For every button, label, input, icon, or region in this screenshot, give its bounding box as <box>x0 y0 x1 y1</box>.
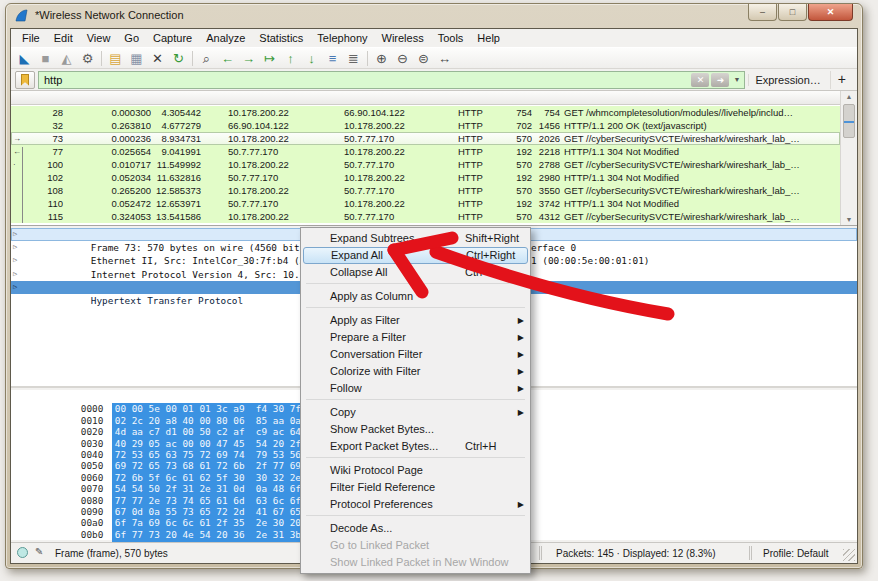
close-button[interactable]: ✕ <box>808 4 853 21</box>
context-menu-item[interactable]: Export Packet Bytes... Ctrl+H <box>301 438 530 455</box>
resize-grip[interactable] <box>843 549 855 561</box>
maximize-button[interactable]: □ <box>778 4 807 21</box>
save-file-icon[interactable]: ▦ <box>126 49 147 68</box>
packet-row[interactable]: · 100 0.010717 11.549992 10.178.200.22 5… <box>11 158 840 171</box>
context-menu-item[interactable]: Expand Subtrees Shift+Right <box>301 230 530 247</box>
expander-icon[interactable]: ▷ <box>13 241 17 254</box>
context-menu-item[interactable]: Wiki Protocol Page <box>301 462 530 479</box>
menu-bar: FileEditViewGoCaptureAnalyzeStatisticsTe… <box>11 29 857 47</box>
packet-row[interactable]: 115 0.324053 13.541586 10.178.200.22 50.… <box>11 210 840 223</box>
scroll-down-icon[interactable]: ▼ <box>841 216 857 223</box>
packet-row[interactable]: 32 0.263810 4.677279 66.90.104.122 10.17… <box>11 119 840 132</box>
expander-icon[interactable]: ▷ <box>13 254 17 267</box>
context-menu-item[interactable]: Collapse All Ctrl+Left <box>301 264 530 281</box>
restart-capture-icon[interactable]: ◭ <box>56 49 77 68</box>
filter-bookmark-button[interactable] <box>15 71 35 89</box>
context-menu-item[interactable]: Protocol Preferences ▶ <box>301 496 530 513</box>
packet-list-pane: 28 0.000300 4.305442 10.178.200.22 66.90… <box>11 91 857 226</box>
go-forward-icon[interactable]: → <box>238 49 259 68</box>
context-menu-item[interactable]: Conversation Filter ▶ <box>301 346 530 363</box>
packet-list-scrollbar[interactable]: ▲ ▼ <box>840 91 857 225</box>
wireshark-app-icon <box>14 8 30 24</box>
stop-capture-icon[interactable]: ■ <box>35 49 56 68</box>
context-menu-item[interactable]: Filter Field Reference <box>301 479 530 496</box>
filter-apply-button[interactable]: ➜ <box>711 73 729 87</box>
go-back-icon[interactable]: ← <box>217 49 238 68</box>
menu-item[interactable]: Wireless <box>375 31 431 45</box>
window-title: *Wireless Network Connection <box>35 9 184 21</box>
context-menu-item[interactable]: Follow ▶ <box>301 380 530 397</box>
conversation-marker-icon <box>11 119 25 132</box>
menu-item[interactable]: Go <box>117 31 146 45</box>
add-filter-button[interactable]: + <box>830 71 853 89</box>
expander-icon[interactable]: ▷ <box>13 268 17 281</box>
titlebar[interactable]: *Wireless Network Connection – □ ✕ <box>6 4 862 28</box>
submenu-arrow-icon: ▶ <box>518 346 524 363</box>
minimize-icon: – <box>760 8 765 17</box>
capture-options-icon[interactable]: ⚙ <box>77 49 98 68</box>
context-menu-item[interactable]: Expand All Ctrl+Right <box>303 247 528 264</box>
reload-icon[interactable]: ↻ <box>168 49 189 68</box>
packet-row[interactable]: 28 0.000300 4.305442 10.178.200.22 66.90… <box>11 106 840 119</box>
expander-icon[interactable]: ▷ <box>13 281 17 294</box>
menu-item[interactable]: Help <box>470 31 507 45</box>
packet-row[interactable]: 108 0.265200 12.585373 10.178.200.22 50.… <box>11 184 840 197</box>
filter-value: http <box>44 74 62 86</box>
status-field-info: Frame (frame), 570 bytes <box>55 548 168 559</box>
shortcut-label: Ctrl+H <box>465 438 496 455</box>
go-to-packet-icon[interactable]: ↦ <box>259 49 280 68</box>
menu-item[interactable]: Telephony <box>310 31 374 45</box>
capture-comment-icon[interactable]: ✎ <box>35 546 43 557</box>
main-toolbar: ◣■◭⚙▤▦✕↻⌕←→↦↑↓≡≣⊕⊖⊜↔ <box>11 47 857 69</box>
menu-item[interactable]: Tools <box>431 31 471 45</box>
packet-row[interactable]: ← 77 0.025654 9.041991 50.7.77.170 10.17… <box>11 145 840 158</box>
context-menu-item[interactable]: Go to Linked Packet <box>301 537 530 554</box>
context-menu-item[interactable]: Apply as Filter ▶ <box>301 312 530 329</box>
menu-item[interactable]: View <box>80 31 118 45</box>
filter-dropdown-button[interactable]: ▼ <box>731 76 742 83</box>
auto-scroll-icon[interactable]: ≡ <box>322 49 343 68</box>
expert-info-icon[interactable] <box>17 547 28 558</box>
menu-item[interactable]: Edit <box>47 31 80 45</box>
zoom-in-icon[interactable]: ⊕ <box>371 49 392 68</box>
context-menu-item[interactable]: Copy ▶ <box>301 404 530 421</box>
context-menu-item[interactable]: Show Linked Packet in New Window <box>301 554 530 571</box>
menu-item[interactable]: Statistics <box>252 31 310 45</box>
expression-button[interactable]: Expression… <box>748 74 826 86</box>
conversation-marker-icon: → <box>11 132 25 145</box>
status-profile[interactable]: Profile: Default <box>763 548 829 559</box>
menu-item[interactable]: File <box>15 31 47 45</box>
colorize-icon[interactable]: ≣ <box>343 49 364 68</box>
find-packet-icon[interactable]: ⌕ <box>196 49 217 68</box>
go-last-packet-icon[interactable]: ↓ <box>301 49 322 68</box>
expander-icon[interactable]: ▷ <box>13 228 17 241</box>
menu-item[interactable]: Analyze <box>199 31 252 45</box>
packet-row[interactable]: → 73 0.000236 8.934731 10.178.200.22 50.… <box>11 132 840 145</box>
close-file-icon[interactable]: ✕ <box>147 49 168 68</box>
toolbar-separator <box>192 51 193 66</box>
filter-clear-button[interactable]: ✕ <box>691 73 709 87</box>
context-menu-item[interactable]: Colorize with Filter ▶ <box>301 363 530 380</box>
maximize-icon: □ <box>790 8 795 17</box>
context-menu-item[interactable]: Decode As... <box>301 520 530 537</box>
open-file-icon[interactable]: ▤ <box>105 49 126 68</box>
go-first-packet-icon[interactable]: ↑ <box>280 49 301 68</box>
context-menu-item[interactable]: Show Packet Bytes... <box>301 421 530 438</box>
filter-bar: http ✕ ➜ ▼ Expression… + <box>11 69 857 91</box>
clear-icon: ✕ <box>697 75 705 85</box>
start-capture-icon[interactable]: ◣ <box>14 49 35 68</box>
packet-row[interactable]: 102 0.052034 11.632816 50.7.77.170 10.17… <box>11 171 840 184</box>
zoom-reset-icon[interactable]: ⊜ <box>413 49 434 68</box>
resize-columns-icon[interactable]: ↔ <box>434 49 455 68</box>
display-filter-input[interactable]: http ✕ ➜ ▼ <box>38 71 745 89</box>
status-packet-counts: Packets: 145 · Displayed: 12 (8.3%) <box>556 548 716 559</box>
packet-row[interactable]: 110 0.052472 12.653971 50.7.77.170 10.17… <box>11 197 840 210</box>
context-menu-item[interactable]: Apply as Column <box>301 288 530 305</box>
submenu-arrow-icon: ▶ <box>518 312 524 329</box>
menu-item[interactable]: Capture <box>146 31 199 45</box>
context-menu-item[interactable]: Prepare a Filter ▶ <box>301 329 530 346</box>
submenu-arrow-icon: ▶ <box>518 496 524 513</box>
scroll-up-icon[interactable]: ▲ <box>841 93 857 100</box>
zoom-out-icon[interactable]: ⊖ <box>392 49 413 68</box>
minimize-button[interactable]: – <box>748 4 777 21</box>
